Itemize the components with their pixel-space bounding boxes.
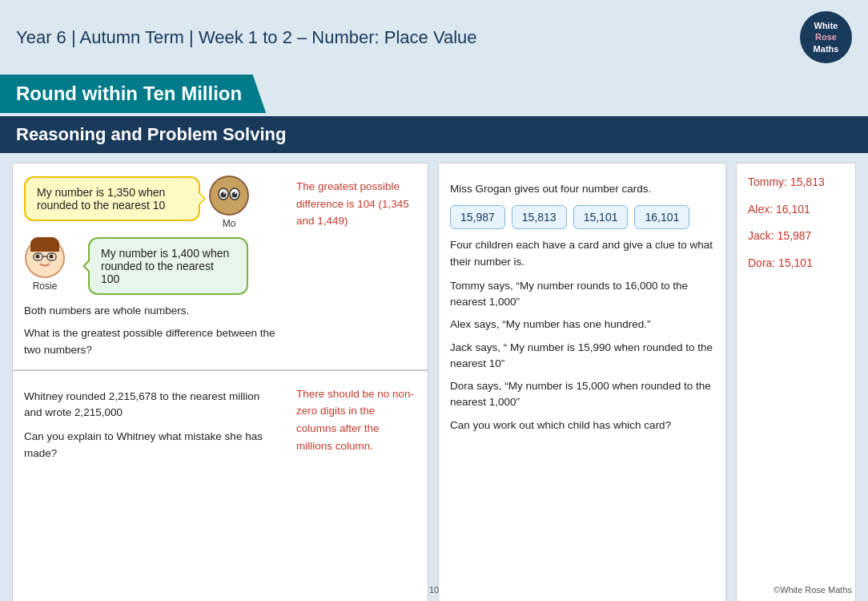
rosie-label: Rosie [33,280,58,292]
svg-point-0 [210,176,248,215]
problem3-alex: Alex says, “My number has one hundred.” [450,317,714,333]
problem2-text1: Whitney rounded 2,215,678 to the nearest… [24,389,280,422]
problem3-jack: Jack says, “ My number is 15,990 when ro… [450,340,714,373]
problem2-text2: Can you explain to Whitney what mistake … [24,429,280,462]
problem1-body2: What is the greatest possible difference… [24,325,280,358]
main-content: My number is 1,350 when rounded to the n… [0,153,868,601]
mo-label: Mo [223,218,236,229]
svg-rect-9 [30,244,59,252]
problem1-left: My number is 1,350 when rounded to the n… [24,175,280,358]
problem1-body1: Both numbers are whole numbers. [24,303,280,319]
svg-point-6 [235,192,236,194]
logo-line1: White [814,20,838,31]
problem3-body1: Four children each have a card and give … [450,237,714,270]
card-3: 15,101 [573,205,629,229]
left-panel: My number is 1,350 when rounded to the n… [12,163,428,601]
problem1-box: My number is 1,350 when rounded to the n… [12,163,428,370]
header: Year 6 | Autumn Term | Week 1 to 2 – Num… [0,0,868,71]
rosie-row: Rosie My number is 1,400 when rounded to… [24,237,280,295]
mo-character: Mo [208,175,250,229]
logo: White Rose Maths [800,11,852,63]
header-title: Year 6 | Autumn Term | Week 1 to 2 – Num… [16,27,477,48]
svg-point-14 [50,255,54,259]
title-banner-bg: Round within Ten Million [0,71,868,116]
mo-speech-bubble: My number is 1,350 when rounded to the n… [24,176,200,221]
subtitle-banner: Reasoning and Problem Solving [0,116,868,153]
card-2: 15,813 [512,205,567,229]
problem2-left: Whitney rounded 2,215,678 to the nearest… [24,382,280,592]
copyright: ©White Rose Maths [573,585,852,595]
problem3-intro: Miss Grogan gives out four number cards. [450,181,714,197]
problem2-answer: There should be no non-zero digits in th… [288,382,416,592]
problem3-tommy: Tommy says, “My number rounds to 16,000 … [450,278,714,311]
answer-alex: Alex: 16,101 [748,202,844,218]
title-banner: Round within Ten Million [0,75,266,113]
svg-point-5 [223,192,225,194]
card-1: 15,987 [450,205,505,229]
answer-dora: Dora: 15,101 [748,256,844,272]
card-4: 16,101 [634,205,689,229]
problem3-box: Miss Grogan gives out four number cards.… [438,163,726,601]
answer-tommy: Tommy: 15,813 [748,175,844,191]
problem1-answer: The greatest possible difference is 104 … [288,175,416,358]
mo-face-icon [208,175,250,216]
page-number: 10 [295,585,573,595]
footer: 10 ©White Rose Maths [0,585,868,595]
problem3-question: Can you work out which child has which c… [450,417,714,434]
right-panel: Miss Grogan gives out four number cards.… [438,163,856,601]
answer-jack: Jack: 15,987 [748,228,844,244]
problem2-box: Whitney rounded 2,215,678 to the nearest… [12,370,428,601]
svg-point-4 [232,192,238,198]
logo-line2: Rose [815,31,837,42]
svg-point-13 [36,255,40,259]
rosie-speech-bubble: My number is 1,400 when rounded to the n… [88,237,248,295]
svg-point-3 [221,192,227,198]
rosie-character: Rosie [24,237,66,292]
mo-row: My number is 1,350 when rounded to the n… [24,175,280,229]
answers-box: Tommy: 15,813 Alex: 16,101 Jack: 15,987 … [736,163,856,601]
rosie-face-icon [24,237,66,279]
logo-line3: Maths [814,43,839,54]
problem3-dora: Dora says, “My number is 15,000 when rou… [450,378,714,411]
title-banner-wrapper: Round within Ten Million [0,71,868,116]
number-cards: 15,987 15,813 15,101 16,101 [450,205,714,229]
